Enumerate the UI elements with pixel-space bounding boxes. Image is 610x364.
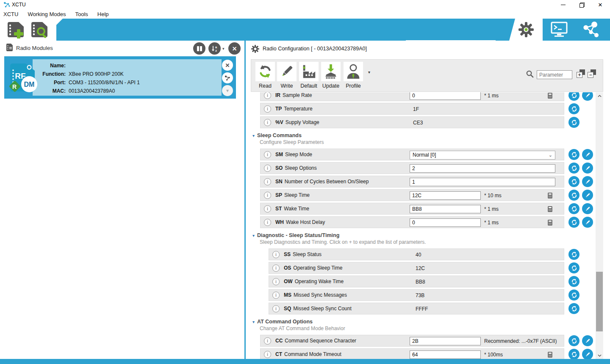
param-value-input[interactable] bbox=[410, 205, 481, 213]
menu-working-modes[interactable]: Working Modes bbox=[28, 11, 66, 17]
param-value-input[interactable] bbox=[410, 218, 481, 227]
param-name: Command Sequence Character bbox=[285, 338, 356, 344]
expand-all-button[interactable]: + bbox=[577, 69, 585, 78]
remove-all-modules-button[interactable]: ✕ bbox=[228, 42, 241, 55]
profile-dropdown-caret[interactable]: ▾ bbox=[368, 70, 370, 74]
info-icon[interactable]: i bbox=[272, 251, 280, 258]
discover-nodes-button[interactable] bbox=[222, 72, 233, 83]
calculator-icon[interactable] bbox=[547, 192, 553, 201]
close-button[interactable]: ✕ bbox=[594, 0, 607, 9]
info-icon[interactable]: i bbox=[272, 265, 280, 272]
info-icon[interactable]: i bbox=[264, 105, 271, 113]
info-icon[interactable]: i bbox=[264, 119, 271, 126]
write-param-button[interactable] bbox=[582, 203, 593, 214]
write-button[interactable] bbox=[277, 62, 297, 81]
param-value-input[interactable] bbox=[410, 191, 481, 200]
refresh-param-button[interactable] bbox=[568, 203, 580, 214]
tab-network[interactable] bbox=[577, 19, 604, 41]
radio-module-card[interactable]: Name: Function:XBee PRO 900HP 200K Port:… bbox=[4, 56, 236, 99]
info-icon[interactable]: i bbox=[264, 337, 271, 345]
info-icon[interactable]: i bbox=[264, 192, 271, 199]
layout-columns-button[interactable] bbox=[193, 42, 205, 55]
refresh-param-button[interactable] bbox=[568, 163, 580, 174]
param-value-input[interactable] bbox=[410, 350, 481, 359]
write-param-button[interactable] bbox=[582, 176, 593, 187]
refresh-param-button[interactable] bbox=[568, 262, 580, 273]
write-param-button[interactable] bbox=[582, 92, 593, 101]
xctu-window: XCTU ✕ XCTU Working Modes Tools Help ▾ bbox=[0, 0, 610, 364]
param-value: 73B bbox=[412, 292, 424, 298]
write-param-button[interactable] bbox=[582, 163, 593, 174]
param-value-input[interactable] bbox=[410, 178, 555, 186]
parameter-search-input[interactable] bbox=[537, 70, 572, 79]
write-param-button[interactable] bbox=[582, 335, 593, 346]
info-icon[interactable]: i bbox=[264, 219, 271, 226]
info-icon[interactable]: i bbox=[264, 205, 271, 212]
write-param-button[interactable] bbox=[582, 190, 593, 201]
info-icon[interactable]: i bbox=[272, 278, 280, 285]
sleep-mode-select[interactable]: Normal [0]⌄ bbox=[410, 151, 555, 160]
tab-consoles[interactable] bbox=[546, 19, 573, 41]
info-icon[interactable]: i bbox=[264, 178, 271, 185]
module-icon bbox=[6, 43, 13, 53]
write-param-button[interactable] bbox=[582, 349, 593, 359]
tab-configuration[interactable] bbox=[509, 19, 543, 41]
info-icon[interactable]: i bbox=[272, 292, 280, 299]
info-icon[interactable]: i bbox=[272, 305, 280, 312]
menu-help[interactable]: Help bbox=[97, 11, 109, 17]
update-label: Update bbox=[319, 83, 343, 89]
calculator-icon[interactable] bbox=[547, 219, 553, 228]
vertical-scrollbar[interactable] bbox=[596, 92, 603, 359]
refresh-param-button[interactable] bbox=[568, 176, 580, 187]
info-icon[interactable]: i bbox=[264, 165, 271, 172]
default-button[interactable] bbox=[299, 62, 319, 81]
collapse-section-icon[interactable]: ▾ bbox=[252, 320, 255, 324]
sort-modules-button[interactable]: az bbox=[208, 42, 221, 55]
chevron-down-icon: ⌄ bbox=[549, 152, 552, 158]
update-button[interactable] bbox=[321, 62, 341, 81]
param-value-input[interactable] bbox=[410, 337, 481, 345]
refresh-param-button[interactable] bbox=[568, 149, 580, 160]
minimize-button[interactable] bbox=[557, 0, 569, 9]
info-icon[interactable]: i bbox=[264, 151, 271, 158]
param-value-input[interactable] bbox=[410, 164, 555, 173]
refresh-param-button[interactable] bbox=[568, 103, 580, 114]
read-button[interactable] bbox=[255, 62, 275, 81]
scrollbar-thumb[interactable] bbox=[596, 272, 603, 331]
refresh-param-button[interactable] bbox=[568, 335, 580, 346]
discover-radio-modules-button[interactable] bbox=[29, 20, 50, 39]
refresh-param-button[interactable] bbox=[568, 217, 580, 228]
calculator-icon[interactable] bbox=[547, 206, 553, 214]
param-value: 12C bbox=[412, 265, 425, 271]
menu-xctu[interactable]: XCTU bbox=[3, 11, 18, 17]
calculator-icon[interactable] bbox=[547, 92, 553, 101]
param-value-input[interactable] bbox=[410, 92, 481, 100]
scroll-up-arrow[interactable] bbox=[596, 92, 603, 99]
refresh-param-button[interactable] bbox=[568, 276, 580, 287]
add-radio-module-button[interactable] bbox=[5, 20, 26, 39]
collapse-section-icon[interactable]: ▾ bbox=[252, 233, 255, 238]
refresh-param-button[interactable] bbox=[568, 303, 580, 314]
write-param-button[interactable] bbox=[582, 217, 593, 228]
info-icon[interactable]: i bbox=[264, 92, 271, 99]
info-icon[interactable]: i bbox=[264, 351, 271, 358]
profile-button[interactable] bbox=[344, 62, 363, 81]
scroll-down-arrow[interactable] bbox=[596, 352, 603, 359]
collapse-section-icon[interactable]: ▾ bbox=[252, 133, 255, 138]
collapse-all-button[interactable]: − bbox=[588, 69, 596, 78]
calculator-icon[interactable] bbox=[547, 351, 553, 359]
radio-configuration-panel: Radio Configuration [ - 0013A200423789A0… bbox=[246, 41, 610, 359]
sort-dropdown-caret[interactable]: ▾ bbox=[222, 47, 225, 51]
menu-tools[interactable]: Tools bbox=[75, 11, 88, 17]
write-param-button[interactable] bbox=[582, 149, 593, 160]
refresh-param-button[interactable] bbox=[568, 290, 580, 301]
restore-button[interactable] bbox=[575, 0, 588, 9]
remove-module-button[interactable]: ✕ bbox=[222, 60, 233, 71]
refresh-param-button[interactable] bbox=[568, 117, 580, 128]
refresh-param-button[interactable] bbox=[568, 349, 580, 359]
param-code: MS bbox=[284, 292, 291, 298]
expand-module-button[interactable]: ▾ bbox=[222, 85, 233, 96]
refresh-param-button[interactable] bbox=[568, 190, 580, 201]
refresh-param-button[interactable] bbox=[568, 92, 580, 101]
refresh-param-button[interactable] bbox=[568, 249, 580, 260]
